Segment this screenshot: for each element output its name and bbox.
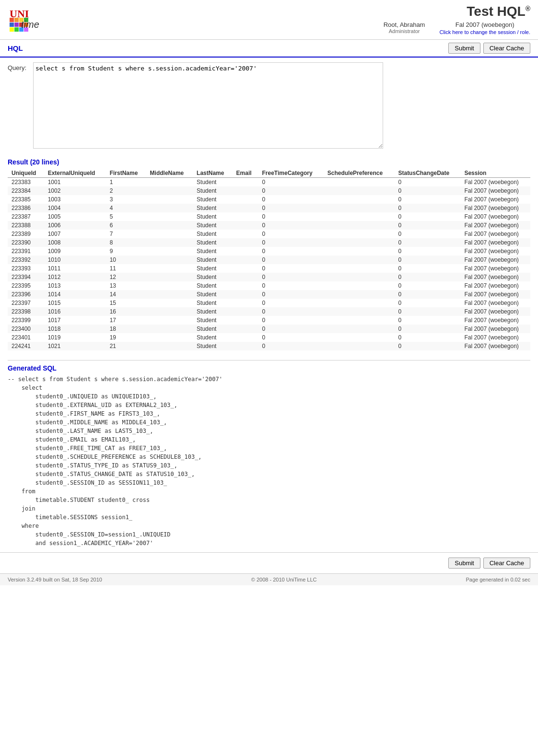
table-cell: 223386: [8, 204, 44, 212]
table-cell: Student: [193, 186, 232, 195]
table-cell: 1015: [44, 299, 106, 307]
table-cell: 0: [258, 342, 324, 350]
table-cell: 0: [258, 212, 324, 221]
table-row: 22338710055Student00Fal 2007 (woebegon): [8, 212, 530, 221]
table-cell: Student: [193, 299, 232, 307]
table-cell: 0: [394, 230, 460, 238]
table-cell: Student: [193, 247, 232, 256]
footer-generated: Page generated in 0.02 sec: [466, 577, 530, 582]
table-cell: 223401: [8, 333, 44, 342]
table-cell: 0: [258, 281, 324, 290]
user-role: Administrator: [384, 28, 425, 34]
table-row: 223396101414Student00Fal 2007 (woebegon): [8, 290, 530, 299]
user-info: Root, Abraham Administrator Fal 2007 (wo…: [384, 21, 530, 35]
table-cell: [233, 238, 258, 247]
table-cell: 0: [258, 256, 324, 264]
logo: UNI time: [8, 7, 34, 33]
table-cell: 223391: [8, 247, 44, 256]
table-cell: [324, 325, 395, 333]
table-cell: 0: [258, 230, 324, 238]
col-email: Email: [233, 169, 258, 178]
table-cell: Fal 2007 (woebegon): [460, 333, 530, 342]
table-cell: Fal 2007 (woebegon): [460, 342, 530, 350]
table-cell: [324, 221, 395, 230]
result-section: Result (20 lines) UniqueId ExternalUniqu…: [0, 156, 538, 355]
clear-cache-button-top[interactable]: Clear Cache: [483, 43, 530, 54]
table-cell: Student: [193, 290, 232, 299]
table-cell: 0: [394, 281, 460, 290]
table-cell: [324, 264, 395, 273]
table-cell: 21: [106, 342, 146, 350]
submit-button-top[interactable]: Submit: [448, 43, 480, 54]
table-cell: Fal 2007 (woebegon): [460, 204, 530, 212]
submit-button-bottom[interactable]: Submit: [448, 558, 480, 569]
session-link[interactable]: Click here to change the session / role.: [439, 29, 530, 35]
table-cell: Fal 2007 (woebegon): [460, 281, 530, 290]
table-cell: [146, 178, 193, 187]
table-cell: [324, 247, 395, 256]
table-cell: 0: [258, 299, 324, 307]
table-cell: 1001: [44, 178, 106, 187]
query-input[interactable]: select s from Student s where s.session.…: [33, 62, 383, 149]
table-cell: 5: [106, 212, 146, 221]
session-block: Fal 2007 (woebegon) Click here to change…: [439, 21, 530, 35]
table-cell: 13: [106, 281, 146, 290]
table-cell: [324, 186, 395, 195]
table-cell: 223385: [8, 195, 44, 204]
col-middlename: MiddleName: [146, 169, 193, 178]
table-cell: [233, 316, 258, 325]
table-cell: 0: [394, 256, 460, 264]
table-cell: Fal 2007 (woebegon): [460, 307, 530, 316]
table-cell: 16: [106, 307, 146, 316]
table-cell: Student: [193, 204, 232, 212]
table-cell: Fal 2007 (woebegon): [460, 212, 530, 221]
table-cell: Fal 2007 (woebegon): [460, 221, 530, 230]
table-cell: 9: [106, 247, 146, 256]
table-cell: [324, 230, 395, 238]
header: UNI time Test HQL® Root,: [0, 0, 538, 40]
footer: Version 3.2.49 built on Sat, 18 Sep 2010…: [0, 573, 538, 585]
table-cell: Fal 2007 (woebegon): [460, 290, 530, 299]
table-cell: 7: [106, 230, 146, 238]
table-cell: 1005: [44, 212, 106, 221]
table-cell: [233, 281, 258, 290]
table-row: 22338510033Student00Fal 2007 (woebegon): [8, 195, 530, 204]
table-cell: [233, 195, 258, 204]
table-cell: 223396: [8, 290, 44, 299]
footer-copyright: © 2008 - 2010 UniTime LLC: [251, 577, 317, 582]
table-cell: 0: [394, 290, 460, 299]
table-cell: Student: [193, 281, 232, 290]
table-cell: Student: [193, 195, 232, 204]
table-cell: 223398: [8, 307, 44, 316]
table-cell: [233, 230, 258, 238]
table-cell: Student: [193, 230, 232, 238]
table-cell: [146, 204, 193, 212]
table-row: 223399101717Student00Fal 2007 (woebegon): [8, 316, 530, 325]
sql-section: Generated SQL -- select s from Student s…: [0, 355, 538, 552]
table-cell: [324, 342, 395, 350]
table-cell: Student: [193, 273, 232, 281]
table-cell: [324, 256, 395, 264]
logo-area: UNI time: [8, 7, 34, 33]
col-lastname: LastName: [193, 169, 232, 178]
table-row: 22338410022Student00Fal 2007 (woebegon): [8, 186, 530, 195]
table-cell: Fal 2007 (woebegon): [460, 247, 530, 256]
clear-cache-button-bottom[interactable]: Clear Cache: [483, 558, 530, 569]
table-cell: 1021: [44, 342, 106, 350]
table-cell: 0: [258, 238, 324, 247]
table-cell: [324, 316, 395, 325]
table-cell: Fal 2007 (woebegon): [460, 325, 530, 333]
table-cell: 223400: [8, 325, 44, 333]
table-cell: Student: [193, 316, 232, 325]
col-schedulepreference: SchedulePreference: [324, 169, 395, 178]
col-firstname: FirstName: [106, 169, 146, 178]
table-cell: 1019: [44, 333, 106, 342]
table-cell: 12: [106, 273, 146, 281]
table-row: 22339110099Student00Fal 2007 (woebegon): [8, 247, 530, 256]
table-cell: [146, 342, 193, 350]
table-cell: Student: [193, 264, 232, 273]
table-cell: Fal 2007 (woebegon): [460, 186, 530, 195]
table-cell: [146, 186, 193, 195]
table-cell: 0: [258, 247, 324, 256]
table-cell: 0: [394, 316, 460, 325]
